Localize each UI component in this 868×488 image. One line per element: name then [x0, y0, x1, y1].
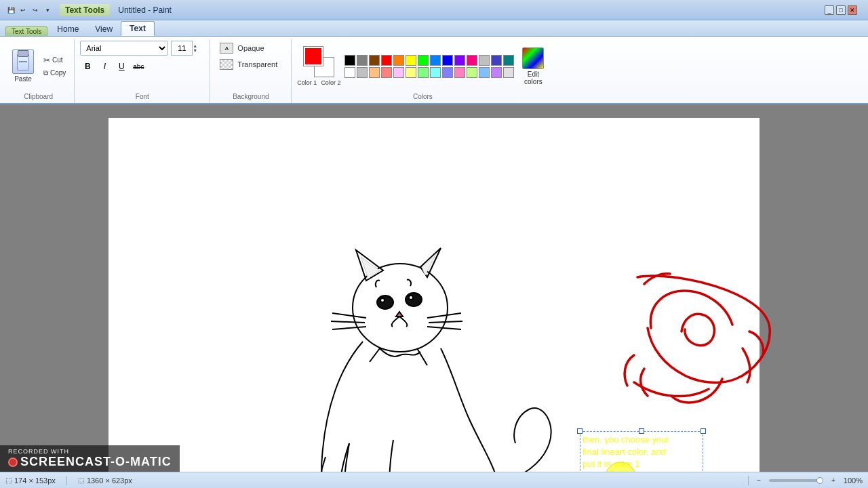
swatch-ltyellow[interactable]: [406, 67, 416, 78]
italic-button[interactable]: I: [97, 59, 112, 74]
undo-button[interactable]: ↩: [18, 5, 28, 16]
ribbon-tabs: Text Tools Home View Text: [0, 20, 868, 37]
swatch-silver[interactable]: [479, 55, 490, 66]
swatch-peach[interactable]: [369, 67, 380, 78]
color1-label: Color 1: [297, 79, 317, 86]
edit-colors-label: Edit colors: [524, 70, 542, 85]
scissors-icon: ✂: [43, 56, 50, 65]
swatch-salmon[interactable]: [381, 67, 392, 78]
tab-text[interactable]: Text: [121, 21, 155, 36]
colors-label: Colors: [297, 92, 548, 102]
swatch-ltsilver[interactable]: [503, 67, 514, 78]
transparent-button[interactable]: Transparent: [216, 57, 283, 72]
size-arrows: ▲ ▼: [193, 41, 197, 56]
window-controls[interactable]: _ □ ✕: [825, 5, 857, 15]
zoom-slider[interactable]: [769, 479, 823, 482]
font-selector[interactable]: Arial: [80, 41, 168, 56]
zoom-level: 100%: [844, 476, 863, 485]
swatch-ltgray[interactable]: [357, 67, 368, 78]
swatch-white[interactable]: [344, 67, 355, 78]
swatch-purple[interactable]: [454, 55, 465, 66]
paste-icon: [12, 49, 34, 74]
canvas-dimensions: 1360 × 623px: [87, 476, 132, 485]
swatch-gray[interactable]: [357, 55, 368, 66]
edit-colors-icon: [522, 47, 544, 69]
paint-canvas[interactable]: then, you choose your final lineart colo…: [108, 118, 760, 472]
cut-copy-group: ✂ Cut ⧉ Copy: [41, 54, 68, 79]
screencast-watermark: RECORDED WITH SCREENCAST-O-MATIC: [0, 445, 180, 472]
copy-button[interactable]: ⧉ Copy: [41, 68, 68, 79]
swatch-row1: [344, 55, 514, 66]
swatch-lightblue[interactable]: [430, 55, 441, 66]
swatch-ltlime[interactable]: [467, 67, 477, 78]
size-down-arrow[interactable]: ▼: [193, 48, 197, 53]
size-up-arrow[interactable]: ▲: [193, 43, 197, 48]
handle-tr[interactable]: [701, 428, 706, 434]
opaque-button[interactable]: A Opaque: [216, 41, 283, 56]
background-section: A Opaque Transparent Background: [210, 39, 292, 103]
swatch-green[interactable]: [418, 55, 429, 66]
minimize-button[interactable]: _: [825, 5, 834, 15]
titlebar: 💾 ↩ ↪ ▾ Text Tools Untitled - Paint _ □ …: [0, 0, 868, 20]
swatch-yellow[interactable]: [406, 55, 416, 66]
swatch-blue[interactable]: [442, 55, 453, 66]
edit-colors-button[interactable]: Edit colors: [518, 45, 548, 88]
color-display: [304, 47, 334, 77]
selection-dimensions: 174 × 153px: [14, 476, 56, 485]
swatch-orchid[interactable]: [491, 67, 502, 78]
cut-button[interactable]: ✂ Cut: [41, 54, 68, 66]
swatch-lavender[interactable]: [393, 67, 404, 78]
quick-access-toolbar[interactable]: 💾 ↩ ↪ ▾: [5, 5, 53, 16]
qa-dropdown[interactable]: ▾: [42, 5, 53, 16]
zoom-decrease-btn[interactable]: −: [754, 476, 764, 484]
color-swatches-grid: [344, 55, 514, 78]
bold-button[interactable]: B: [80, 59, 95, 74]
swatch-orange[interactable]: [393, 55, 404, 66]
swatch-indigo[interactable]: [491, 55, 502, 66]
color2-label: Color 2: [321, 79, 340, 86]
swatch-hotpink[interactable]: [454, 67, 465, 78]
background-label: Background: [216, 92, 285, 102]
canvas-area[interactable]: then, you choose your final lineart colo…: [0, 104, 868, 472]
swatch-row2: [344, 67, 514, 78]
font-size-input[interactable]: [171, 41, 193, 56]
font-section: Arial ▲ ▼ B I U abc Font: [75, 39, 210, 103]
clipboard-label: Clipboard: [8, 92, 68, 102]
swatch-teal[interactable]: [503, 55, 514, 66]
save-button[interactable]: 💾: [5, 5, 16, 16]
text-box-container[interactable]: then, you choose your final lineart colo…: [580, 431, 703, 472]
close-button[interactable]: ✕: [848, 5, 857, 15]
paste-button[interactable]: Paste: [8, 47, 38, 85]
zoom-increase-btn[interactable]: +: [829, 476, 838, 484]
screencast-brand: SCREENCAST-O-MATIC: [8, 455, 172, 469]
canvas-full-size: ⬚ 1360 × 623px: [78, 476, 132, 485]
zoom-thumb[interactable]: [816, 477, 823, 484]
swatch-black[interactable]: [344, 55, 355, 66]
text-box-content[interactable]: then, you choose your final lineart colo…: [583, 434, 701, 472]
font-row1: Arial ▲ ▼: [80, 41, 197, 56]
status-separator2: [748, 476, 749, 485]
swatch-brown[interactable]: [369, 55, 380, 66]
swatch-cyan[interactable]: [430, 67, 441, 78]
colors-section: Color 1 Color 2: [292, 39, 553, 103]
font-row2: B I U abc: [80, 59, 146, 74]
redo-button[interactable]: ↪: [30, 5, 41, 16]
zoom-area: − + 100%: [748, 476, 863, 485]
underline-button[interactable]: U: [114, 59, 129, 74]
statusbar: ⬚ 174 × 153px ⬚ 1360 × 623px − + 100%: [0, 472, 868, 488]
swatch-pink[interactable]: [467, 55, 477, 66]
tab-view[interactable]: View: [87, 22, 121, 36]
tab-home[interactable]: Home: [49, 22, 87, 36]
window-title: Untitled - Paint: [118, 5, 825, 15]
maximize-button[interactable]: □: [836, 5, 846, 15]
brand-name: SCREENCAST-O-MATIC: [20, 455, 172, 469]
color1-swatch-display[interactable]: [304, 47, 323, 66]
handle-tm[interactable]: [639, 428, 644, 434]
contextual-tab-group-label: Text Tools: [5, 26, 47, 36]
swatch-periwinkle[interactable]: [442, 67, 453, 78]
swatch-red[interactable]: [381, 55, 392, 66]
handle-tl[interactable]: [577, 428, 583, 434]
swatch-skyblue[interactable]: [479, 67, 490, 78]
swatch-ltgreen[interactable]: [418, 67, 429, 78]
strikethrough-button[interactable]: abc: [131, 59, 146, 74]
